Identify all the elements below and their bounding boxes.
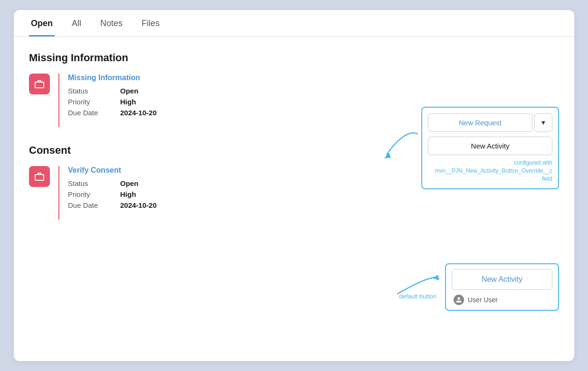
status-value: Open: [120, 87, 138, 95]
content-area: Missing Information Missing Information …: [14, 37, 574, 252]
duedate-label: Due Date: [68, 109, 120, 117]
person-icon: [455, 297, 462, 303]
new-request-dropdown-area: New Request ▼ New Activity configured wi…: [421, 107, 559, 189]
new-activity-bottom-area: New Activity User User: [445, 263, 559, 311]
consent-status-value: Open: [120, 179, 138, 187]
new-request-button[interactable]: New Request: [428, 113, 532, 132]
tab-notes[interactable]: Notes: [98, 10, 124, 37]
arrow-to-dropdown: [379, 124, 427, 162]
new-request-chevron-button[interactable]: ▼: [534, 113, 552, 132]
consent-icon: [29, 166, 50, 187]
consent-priority-value: High: [120, 190, 136, 198]
priority-value: High: [120, 98, 136, 106]
consent-status-label: Status: [68, 179, 120, 187]
new-request-row: New Request ▼: [428, 113, 552, 132]
default-button-annotation: default button: [399, 293, 436, 300]
status-label: Status: [68, 87, 120, 95]
tab-files[interactable]: Files: [140, 10, 161, 37]
user-avatar-icon: [454, 295, 464, 305]
user-row: User User: [452, 295, 552, 305]
missing-information-title: Missing Information: [29, 52, 559, 64]
new-activity-top-button[interactable]: New Activity: [428, 137, 552, 155]
duedate-value: 2024-10-20: [120, 109, 157, 117]
chevron-down-icon: ▼: [541, 119, 547, 126]
priority-label: Priority: [68, 98, 120, 106]
config-annotation-text: configured with mvn__PJN_New_Activity_Bu…: [428, 159, 552, 183]
briefcase-icon-2: [34, 171, 45, 182]
consent-priority-label: Priority: [68, 190, 120, 198]
user-label: User User: [468, 296, 498, 304]
consent-priority-row: Priority High: [68, 190, 559, 198]
consent-duedate-row: Due Date 2024-10-20: [68, 201, 559, 209]
missing-info-status-row: Status Open: [68, 87, 559, 95]
consent-duedate-label: Due Date: [68, 201, 120, 209]
missing-information-item-title[interactable]: Missing Information: [68, 74, 559, 82]
briefcase-icon: [34, 78, 45, 90]
missing-info-priority-row: Priority High: [68, 98, 559, 106]
new-activity-bottom-button[interactable]: New Activity: [452, 269, 552, 290]
tab-open[interactable]: Open: [29, 10, 55, 37]
consent-duedate-value: 2024-10-20: [120, 201, 157, 209]
missing-information-icon: [29, 74, 50, 94]
tab-bar: Open All Notes Files: [14, 10, 574, 37]
main-card: Open All Notes Files Missing Information…: [14, 10, 574, 361]
tab-all[interactable]: All: [70, 10, 83, 37]
